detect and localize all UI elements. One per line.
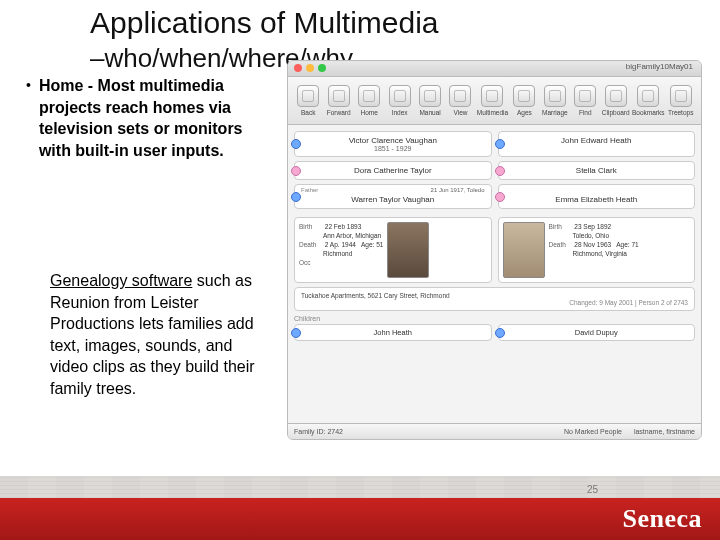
- page-number: 25: [587, 484, 598, 495]
- sort-order[interactable]: lastname, firstname: [634, 428, 695, 435]
- toolbar-label: Manual: [419, 109, 440, 116]
- window-titlebar: bigFamily10May01: [288, 61, 701, 77]
- toolbar-label: Multimedia: [477, 109, 508, 116]
- toolbar-label: Treetops: [668, 109, 693, 116]
- event-address: Tuckahoe Apartments, 5621 Cary Street, R…: [301, 292, 688, 299]
- toolbar-button-treetops[interactable]: Treetops: [666, 85, 694, 116]
- mother-facts: Birth 23 Sep 1892 Toledo, Ohio Death 28 …: [549, 222, 639, 278]
- toolbar-label: Clipboard: [602, 109, 630, 116]
- status-bar: Family ID: 2742 No Marked People lastnam…: [288, 423, 701, 439]
- male-pin-icon: [291, 192, 301, 202]
- zoom-icon[interactable]: [318, 64, 326, 72]
- father-facts: Birth 22 Feb 1893 Ann Arbor, Michigan De…: [299, 222, 383, 278]
- child-name: John Heath: [374, 328, 412, 337]
- ages-icon: [513, 85, 535, 107]
- window-traffic-lights: [294, 64, 326, 72]
- father-card[interactable]: Father 21 Jun 1917, Toledo Warren Taylor…: [294, 184, 492, 209]
- toolbar-label: Marriage: [542, 109, 568, 116]
- back-icon: [297, 85, 319, 107]
- grandfather-dates: 1851 - 1929: [301, 145, 485, 152]
- app-body: Victor Clarence Vaughan 1851 - 1929 John…: [288, 125, 701, 351]
- grandmother-name: Dora Catherine Taylor: [354, 166, 432, 175]
- father-portrait[interactable]: [387, 222, 429, 278]
- genealogy-link-text: Genealogy software: [50, 272, 192, 289]
- toolbar-label: Index: [392, 109, 408, 116]
- paragraph-rest: such as Reunion from Leister Productions…: [50, 272, 255, 397]
- bullet-text: Home - Most multimedia projects reach ho…: [39, 75, 276, 161]
- toolbar-button-multimedia[interactable]: Multimedia: [477, 85, 508, 116]
- child-card[interactable]: David Dupuy: [498, 324, 696, 341]
- male-pin-icon: [291, 139, 301, 149]
- app-screenshot: bigFamily10May01 BackForwardHomeIndexMan…: [287, 60, 702, 440]
- forward-icon: [328, 85, 350, 107]
- father-name: Warren Taylor Vaughan: [351, 195, 434, 204]
- event-changed: Changed: 9 May 2001 | Person 2 of 2743: [301, 299, 688, 306]
- toolbar-label: Find: [579, 109, 592, 116]
- marked-people[interactable]: No Marked People: [564, 428, 622, 435]
- toolbar-label: Home: [360, 109, 377, 116]
- app-toolbar: BackForwardHomeIndexManualViewMultimedia…: [288, 77, 701, 125]
- view-icon: [449, 85, 471, 107]
- child-name: David Dupuy: [575, 328, 618, 337]
- toolbar-button-clipboard[interactable]: Clipboard: [602, 85, 630, 116]
- clipboard-icon: [605, 85, 627, 107]
- mother-card[interactable]: Emma Elizabeth Heath: [498, 184, 696, 209]
- bullet-item: • Home - Most multimedia projects reach …: [26, 75, 276, 161]
- close-icon[interactable]: [294, 64, 302, 72]
- minimize-icon[interactable]: [306, 64, 314, 72]
- toolbar-label: Bookmarks: [632, 109, 665, 116]
- toolbar-button-manual[interactable]: Manual: [416, 85, 444, 116]
- home-icon: [358, 85, 380, 107]
- grandmother2-card[interactable]: Stella Clark: [498, 161, 696, 180]
- grandfather2-card[interactable]: John Edward Heath: [498, 131, 696, 157]
- toolbar-button-home[interactable]: Home: [355, 85, 383, 116]
- father-life-date: 21 Jun 1917, Toledo: [431, 187, 485, 193]
- toolbar-label: Back: [301, 109, 315, 116]
- toolbar-button-view[interactable]: View: [446, 85, 474, 116]
- event-card[interactable]: Tuckahoe Apartments, 5621 Cary Street, R…: [294, 287, 695, 311]
- slide-title: Applications of Multimedia: [90, 6, 439, 40]
- toolbar-button-bookmarks[interactable]: Bookmarks: [632, 85, 665, 116]
- footer-bar: Seneca: [0, 498, 720, 540]
- paragraph-genealogy: Genealogy software such as Reunion from …: [50, 270, 270, 400]
- grandfather-name: Victor Clarence Vaughan: [301, 136, 485, 145]
- index-icon: [389, 85, 411, 107]
- slide: Applications of Multimedia –who/when/whe…: [0, 0, 720, 540]
- female-pin-icon: [291, 166, 301, 176]
- toolbar-button-back[interactable]: Back: [294, 85, 322, 116]
- male-pin-icon: [495, 139, 505, 149]
- toolbar-label: Forward: [327, 109, 351, 116]
- treetops-icon: [670, 85, 692, 107]
- toolbar-label: Ages: [517, 109, 532, 116]
- toolbar-button-index[interactable]: Index: [385, 85, 413, 116]
- marriage-icon: [544, 85, 566, 107]
- mother-detail-card[interactable]: Birth 23 Sep 1892 Toledo, Ohio Death 28 …: [498, 217, 696, 283]
- bullet-marker: •: [26, 77, 31, 161]
- grandfather-card[interactable]: Victor Clarence Vaughan 1851 - 1929: [294, 131, 492, 157]
- bookmarks-icon: [637, 85, 659, 107]
- female-pin-icon: [495, 192, 505, 202]
- window-document-title: bigFamily10May01: [626, 62, 693, 71]
- manual-icon: [419, 85, 441, 107]
- find-icon: [574, 85, 596, 107]
- footer-texture: [0, 476, 720, 498]
- grandfather2-name: John Edward Heath: [505, 136, 689, 145]
- grandmother2-name: Stella Clark: [576, 166, 617, 175]
- toolbar-button-ages[interactable]: Ages: [510, 85, 538, 116]
- father-tag: Father: [301, 187, 318, 193]
- seneca-logo: Seneca: [622, 504, 702, 534]
- toolbar-button-marriage[interactable]: Marriage: [541, 85, 569, 116]
- male-pin-icon: [291, 328, 301, 338]
- multimedia-icon: [481, 85, 503, 107]
- mother-portrait[interactable]: [503, 222, 545, 278]
- child-card[interactable]: John Heath: [294, 324, 492, 341]
- father-detail-card[interactable]: Birth 22 Feb 1893 Ann Arbor, Michigan De…: [294, 217, 492, 283]
- family-id: Family ID: 2742: [294, 428, 343, 435]
- toolbar-button-find[interactable]: Find: [571, 85, 599, 116]
- grandmother-card[interactable]: Dora Catherine Taylor: [294, 161, 492, 180]
- mother-name: Emma Elizabeth Heath: [555, 195, 637, 204]
- toolbar-button-forward[interactable]: Forward: [324, 85, 352, 116]
- male-pin-icon: [495, 328, 505, 338]
- children-label: Children: [294, 315, 695, 322]
- toolbar-label: View: [454, 109, 468, 116]
